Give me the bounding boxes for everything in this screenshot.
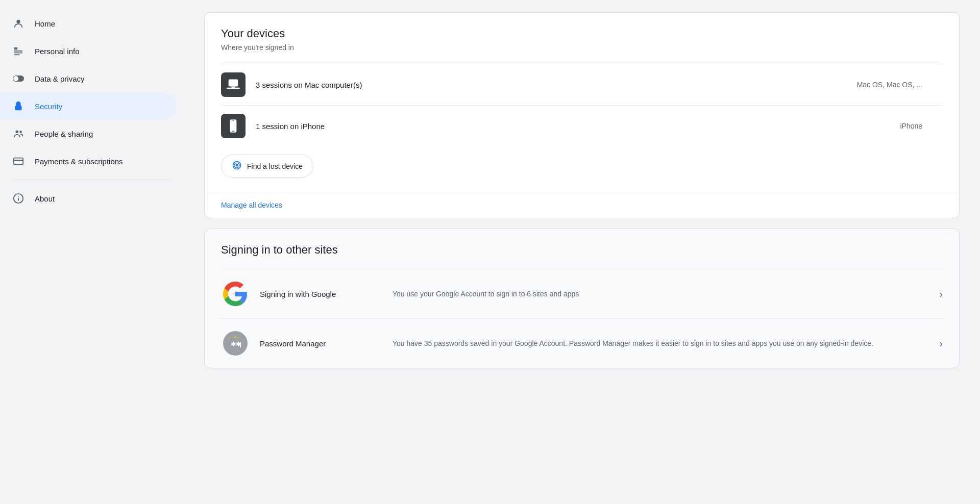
svg-rect-12: [14, 160, 23, 161]
sidebar-item-label: People & sharing: [35, 130, 93, 138]
password-manager-chevron: ›: [939, 338, 943, 349]
info-icon: [12, 192, 24, 205]
sidebar: Home Personal info Data & privacy: [0, 0, 184, 504]
svg-rect-20: [232, 131, 234, 132]
svg-point-6: [13, 76, 18, 81]
sidebar-item-label: Data & privacy: [35, 74, 85, 83]
sidebar-item-data-privacy[interactable]: Data & privacy: [0, 65, 176, 92]
find-device-label: Find a lost device: [247, 162, 303, 170]
iphone-device-name: 1 session on iPhone: [256, 122, 900, 131]
password-manager-logo: ✱✱: [223, 331, 248, 356]
find-device-icon: [232, 160, 242, 172]
password-manager-icon-wrap: ✱✱: [221, 329, 250, 358]
iphone-icon: [221, 114, 246, 138]
signing-card-title: Signing in to other sites: [221, 243, 943, 257]
svg-point-0: [16, 20, 20, 23]
mac-device-os: Mac OS, Mac OS, ...: [857, 81, 943, 89]
svg-point-10: [19, 131, 22, 133]
find-device-button[interactable]: Find a lost device: [221, 155, 313, 178]
device-row-mac[interactable]: 3 sessions on Mac computer(s) Mac OS, Ma…: [221, 64, 943, 105]
svg-rect-15: [18, 198, 19, 201]
svg-rect-19: [230, 119, 237, 132]
sidebar-item-label: Home: [35, 19, 55, 28]
person-icon: [12, 45, 24, 57]
google-g-logo: [223, 282, 248, 306]
device-row-iphone[interactable]: 1 session on iPhone iPhone: [221, 105, 943, 146]
svg-rect-17: [227, 88, 240, 89]
svg-point-23: [236, 164, 238, 167]
password-manager-desc: You have 35 passwords saved in your Goog…: [393, 338, 931, 349]
sidebar-item-about[interactable]: About: [0, 185, 176, 212]
sidebar-item-label: Personal info: [35, 47, 80, 56]
devices-card-subtitle: Where you're signed in: [221, 43, 943, 52]
card-icon: [12, 155, 24, 167]
svg-point-14: [18, 196, 19, 197]
svg-rect-3: [14, 53, 23, 54]
svg-rect-2: [14, 51, 23, 52]
manage-all-devices-link[interactable]: Manage all devices: [221, 201, 282, 209]
google-icon-wrap: [221, 280, 250, 308]
svg-rect-21: [232, 120, 234, 121]
home-icon: [12, 17, 24, 30]
signing-row-google[interactable]: Signing in with Google You use your Goog…: [221, 269, 943, 318]
sidebar-item-personal-info[interactable]: Personal info: [0, 38, 176, 64]
svg-rect-30: [240, 342, 241, 347]
devices-card-title: Your devices: [221, 27, 943, 40]
google-signin-desc: You use your Google Account to sign in t…: [393, 289, 931, 299]
main-content: Your devices Where you're signed in 3 se…: [184, 0, 980, 504]
sidebar-item-label: Security: [35, 102, 62, 111]
signing-row-password-manager[interactable]: ✱✱ Password Manager You have 35 password…: [221, 318, 943, 368]
mac-icon: [221, 72, 246, 97]
toggle-icon: [12, 72, 24, 85]
iphone-device-os: iPhone: [900, 122, 943, 130]
sidebar-divider: [12, 180, 172, 180]
svg-rect-16: [229, 80, 238, 87]
signing-card: Signing in to other sites Signing in wit…: [204, 229, 960, 368]
lock-icon: [12, 100, 24, 112]
mac-device-name: 3 sessions on Mac computer(s): [256, 81, 857, 89]
password-manager-name: Password Manager: [260, 339, 393, 348]
devices-card: Your devices Where you're signed in 3 se…: [204, 12, 960, 218]
sidebar-item-payments[interactable]: Payments & subscriptions: [0, 148, 176, 174]
sidebar-item-home[interactable]: Home: [0, 10, 176, 37]
google-signin-chevron: ›: [939, 288, 943, 300]
svg-point-9: [16, 131, 19, 134]
sidebar-item-security[interactable]: Security: [0, 93, 176, 119]
svg-rect-4: [14, 54, 20, 55]
svg-rect-18: [232, 87, 235, 88]
people-icon: [12, 128, 24, 140]
sidebar-item-label: About: [35, 194, 55, 203]
svg-text:✱✱: ✱✱: [231, 341, 241, 348]
svg-point-8: [18, 107, 19, 109]
devices-card-footer: Manage all devices: [205, 192, 959, 218]
svg-rect-1: [14, 47, 17, 50]
sidebar-item-people-sharing[interactable]: People & sharing: [0, 120, 176, 147]
sidebar-item-label: Payments & subscriptions: [35, 157, 123, 166]
google-signin-name: Signing in with Google: [260, 290, 393, 298]
